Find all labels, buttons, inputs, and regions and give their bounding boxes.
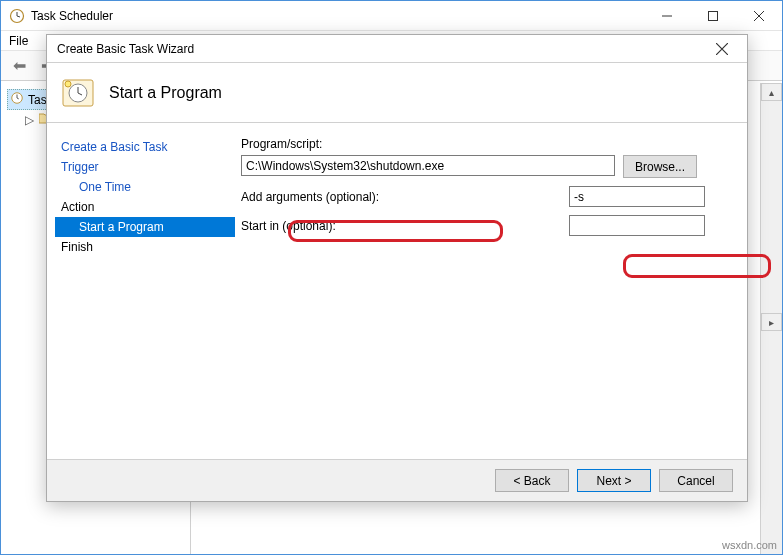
back-button[interactable]: < Back [495,469,569,492]
nav-finish[interactable]: Finish [55,237,237,257]
close-icon [716,43,728,55]
actions-pane-scroll: ▴ ▸ [760,83,782,554]
scroll-down-icon[interactable]: ▸ [761,313,782,331]
wizard-form: Program/script: Browse... Add arguments … [237,125,747,459]
browse-button[interactable]: Browse... [623,155,697,178]
wizard-heading: Start a Program [109,84,222,102]
startin-input[interactable] [569,215,705,236]
menu-file[interactable]: File [9,34,28,48]
watermark: wsxdn.com [722,539,777,551]
window-controls [644,1,782,30]
wizard-titlebar: Create Basic Task Wizard [47,35,747,63]
arguments-input[interactable] [569,186,705,207]
nav-one-time[interactable]: One Time [55,177,237,197]
wizard-clock-icon [61,76,95,110]
minimize-button[interactable] [644,1,690,30]
wizard-footer: < Back Next > Cancel [47,459,747,501]
chevron-right-icon[interactable]: ▷ [25,113,35,127]
parent-title: Task Scheduler [31,9,644,23]
wizard-title: Create Basic Task Wizard [57,42,703,56]
create-basic-task-wizard: Create Basic Task Wizard Start a Program… [46,34,748,502]
task-scheduler-icon [9,8,25,24]
svg-point-5 [65,81,71,87]
scroll-up-icon[interactable]: ▴ [761,83,782,101]
program-label: Program/script: [241,137,729,151]
back-arrow-icon[interactable]: ⬅ [7,54,31,78]
maximize-button[interactable] [690,1,736,30]
startin-label: Start in (optional): [241,219,561,233]
program-input[interactable] [241,155,615,176]
parent-titlebar: Task Scheduler [1,1,782,31]
nav-action[interactable]: Action [55,197,237,217]
close-button[interactable] [736,1,782,30]
svg-rect-1 [709,11,718,20]
wizard-nav: Create a Basic Task Trigger One Time Act… [47,125,237,459]
wizard-close-button[interactable] [703,35,741,62]
arguments-label: Add arguments (optional): [241,190,561,204]
next-button[interactable]: Next > [577,469,651,492]
cancel-button[interactable]: Cancel [659,469,733,492]
clock-icon [10,91,24,108]
wizard-header: Start a Program [47,63,747,123]
nav-start-a-program[interactable]: Start a Program [55,217,235,237]
wizard-body: Create a Basic Task Trigger One Time Act… [47,125,747,459]
nav-create-basic-task[interactable]: Create a Basic Task [55,137,237,157]
tree-root-label: Tas [28,93,47,107]
nav-trigger[interactable]: Trigger [55,157,237,177]
